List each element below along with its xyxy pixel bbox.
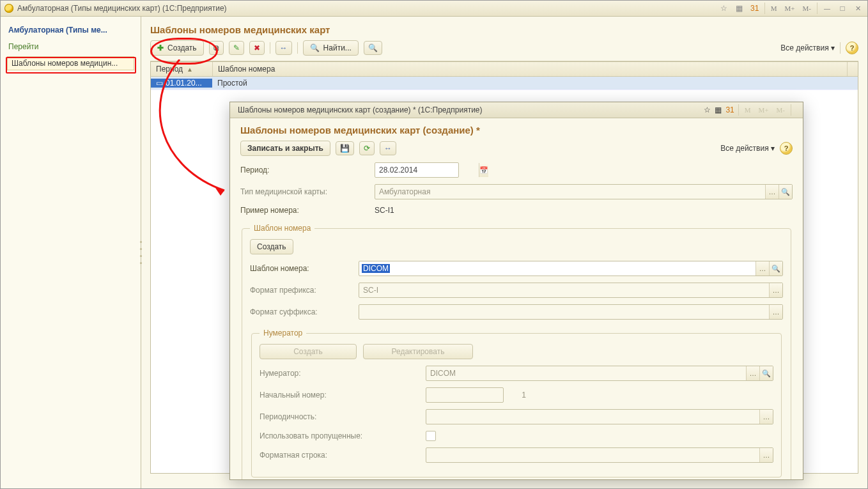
close-button[interactable]: [852, 3, 864, 13]
star-icon[interactable]: ☆: [704, 105, 711, 114]
calendar-icon[interactable]: 31: [725, 105, 734, 114]
template-create-label: Создать: [257, 242, 286, 252]
magnifier-button[interactable]: 🔍: [769, 261, 782, 276]
app-logo-icon: [4, 4, 13, 13]
example-label: Пример номера:: [240, 206, 368, 215]
lookup-button[interactable]: …: [746, 366, 759, 380]
help-button[interactable]: ?: [780, 142, 793, 155]
m-minus-button[interactable]: M-: [801, 4, 813, 12]
swap-icon: ↔: [280, 43, 288, 53]
save-and-close-button[interactable]: Записать и закрыть: [240, 141, 330, 156]
magnifier-button[interactable]: 🔍: [759, 366, 773, 380]
column-header-template-label: Шаблон номера: [218, 65, 275, 74]
separator: [817, 3, 818, 14]
magnifier-clear-icon: 🔍: [368, 43, 378, 53]
dialog-toolbar: Записать и закрыть 💾 ⟳ ↔ Все действия ▾ …: [240, 141, 793, 156]
lookup-button[interactable]: …: [765, 185, 779, 199]
separator: [840, 42, 841, 54]
save-button[interactable]: 💾: [336, 141, 354, 155]
copy-button[interactable]: ⧉: [209, 41, 224, 55]
template-input[interactable]: DICOM: [359, 264, 390, 273]
all-actions-dropdown[interactable]: Все действия ▾: [780, 43, 835, 52]
clear-filter-button[interactable]: 🔍: [364, 41, 382, 55]
swap-button[interactable]: ↔: [275, 41, 292, 55]
magnifier-button[interactable]: 🔍: [779, 185, 792, 199]
lookup-button[interactable]: …: [769, 283, 782, 297]
column-header-period[interactable]: Период ▲: [151, 62, 213, 76]
m-plus-button[interactable]: M+: [783, 4, 797, 12]
lookup-button[interactable]: …: [769, 305, 782, 319]
use-skipped-checkbox[interactable]: [426, 431, 436, 441]
field-periodicity: Периодичность: …: [260, 409, 773, 424]
swap-icon: ↔: [384, 143, 392, 153]
swap-button[interactable]: ↔: [380, 141, 396, 155]
lookup-button[interactable]: …: [756, 261, 769, 276]
magnifier-icon: 🔍: [310, 43, 320, 53]
numerator-input-group: … 🔍: [426, 366, 773, 381]
field-example: Пример номера: SC-I1: [240, 206, 793, 215]
app-title: Амбулаторная (Типы медицинских карт) (1С…: [17, 4, 227, 13]
calculator-icon[interactable]: ▦: [734, 3, 745, 13]
field-format-string: Форматная строка: …: [260, 447, 773, 463]
lookup-button[interactable]: …: [759, 410, 773, 424]
field-prefix: Формат префикса: …: [250, 283, 783, 298]
separator: [738, 104, 739, 116]
calendar-icon[interactable]: 31: [749, 3, 761, 13]
numerator-create-button: Создать: [260, 344, 357, 359]
field-card-type: Тип медицинской карты: … 🔍: [240, 184, 793, 199]
main-toolbar: ✚ Создать ⧉ ✎ ✖ ↔ 🔍 Найти... 🔍 Все дейст…: [150, 40, 858, 56]
m-button[interactable]: M: [769, 4, 779, 12]
minimize-button[interactable]: [821, 3, 833, 13]
cell-period-value: 01.01.20...: [166, 79, 202, 88]
calculator-icon[interactable]: ▦: [715, 105, 722, 114]
delete-button[interactable]: ✖: [249, 41, 265, 55]
m-minus-button: M-: [775, 106, 787, 114]
suffix-input: [359, 307, 769, 316]
page-title: Шаблоны номеров медицинских карт: [150, 22, 858, 40]
sort-asc-icon: ▲: [187, 66, 193, 73]
numerator-fieldset: Нумератор Создать Редактировать Нумерато…: [251, 329, 782, 477]
column-header-template[interactable]: Шаблон номера: [213, 62, 848, 76]
all-actions-label: Все действия: [720, 144, 768, 153]
chevron-down-icon: ▾: [831, 43, 835, 52]
all-actions-dropdown[interactable]: Все действия ▾: [720, 144, 775, 153]
template-legend: Шаблон номера: [250, 224, 314, 233]
refresh-doc-button[interactable]: ⟳: [359, 141, 375, 155]
table-row[interactable]: ▭ 01.01.20... Простой: [151, 77, 858, 90]
card-type-input-group: … 🔍: [375, 184, 793, 199]
example-value: SC-I1: [375, 206, 394, 215]
all-actions-label: Все действия: [780, 43, 828, 52]
calendar-picker-icon[interactable]: 📅: [479, 163, 488, 177]
help-button[interactable]: ?: [846, 42, 858, 54]
numerator-legend: Нумератор: [260, 329, 306, 338]
star-icon[interactable]: ☆: [718, 3, 730, 13]
cell-period: ▭ 01.01.20...: [151, 79, 212, 88]
prefix-input: [359, 286, 769, 295]
create-button[interactable]: ✚ Создать: [150, 40, 204, 56]
format-string-input-group: …: [426, 447, 773, 463]
sidebar-item-templates[interactable]: Шаблоны номеров медицин...: [7, 56, 134, 70]
find-button-label: Найти...: [323, 43, 352, 53]
template-input-group: DICOM … 🔍: [359, 261, 783, 276]
save-icon: 💾: [340, 143, 350, 153]
edit-button[interactable]: ✎: [229, 41, 244, 55]
period-input[interactable]: [375, 166, 479, 175]
field-template: Шаблон номера: DICOM … 🔍: [250, 261, 783, 276]
field-use-skipped: Использовать пропущенные:: [260, 431, 773, 441]
delete-icon: ✖: [254, 43, 260, 53]
find-button[interactable]: 🔍 Найти...: [303, 40, 359, 56]
create-button-label: Создать: [167, 43, 197, 53]
numerator-edit-button: Редактировать: [363, 344, 473, 359]
sidebar-go-link[interactable]: Перейти: [7, 38, 134, 55]
periodicity-label: Периодичность:: [260, 412, 419, 421]
dialog-body: Шаблоны номеров медицинских карт (создан…: [230, 118, 803, 479]
m-button: M: [743, 106, 753, 114]
lookup-button[interactable]: …: [759, 448, 773, 462]
maximize-button[interactable]: [837, 3, 848, 13]
field-period: Период: 📅: [240, 162, 793, 178]
column-header-period-label: Период: [156, 65, 183, 74]
m-plus-button: M+: [757, 106, 771, 114]
template-create-button[interactable]: Создать: [250, 239, 293, 254]
splitter-grip[interactable]: [138, 241, 143, 264]
start-label: Начальный номер:: [260, 391, 419, 400]
